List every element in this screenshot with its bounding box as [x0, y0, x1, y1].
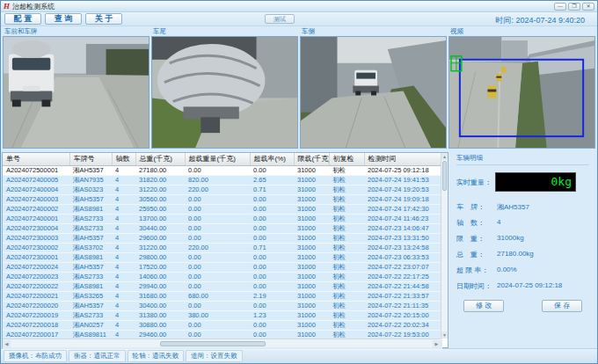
status-axle: 轮轴：通讯失败: [128, 350, 185, 362]
field-total-weight: 总 重： 27180.00kg: [456, 250, 589, 259]
camera-strip: 车前和车牌: [1, 26, 597, 149]
camera-label: 车前和车牌: [3, 26, 150, 36]
table-row[interactable]: A2024072200022湘AS8981429940.000.000.0031…: [3, 281, 442, 291]
save-button[interactable]: 保 存: [542, 300, 582, 312]
status-camera: 摄像机：布防成功: [4, 350, 67, 362]
scroll-right-icon[interactable]: ▶: [433, 340, 441, 347]
column-header[interactable]: 超载重量(千克): [185, 153, 250, 165]
records-table-area: 单号车牌号轴数总重(千克)超载重量(千克)超载率(%)限载(千克)初复检检测时间…: [2, 152, 448, 348]
modify-button[interactable]: 修 改: [463, 300, 504, 312]
table-row[interactable]: A2024072300003湘AH5357429600.000.000.0031…: [3, 233, 442, 243]
status-gate: 道闸：设置失败: [186, 350, 243, 362]
maximize-button[interactable]: ❐: [568, 3, 580, 11]
overload-rate-value: 0.00%: [497, 266, 517, 275]
column-header[interactable]: 限载(千克): [294, 153, 329, 165]
column-header[interactable]: 单号: [3, 153, 69, 165]
about-button[interactable]: 关 于: [85, 13, 122, 25]
status-bar: 摄像机：布防成功 衡器：通讯正常 轮轴：通讯失败 道闸：设置失败: [1, 348, 597, 363]
scroll-down-icon[interactable]: ▼: [441, 331, 448, 339]
detail-buttons: 修 改 保 存: [456, 300, 589, 312]
minimize-button[interactable]: —: [554, 3, 566, 11]
app-window: H 治超检测系统 — ❐ ✕ 配 置 查 询 关 于 测试 时间: 2024-0…: [0, 0, 598, 364]
axles-value: 4: [497, 218, 500, 228]
horizontal-scrollbar[interactable]: ◀ ▶: [3, 339, 441, 347]
camera-panel-video: 视频: [448, 26, 595, 149]
horizontal-scroll-thumb[interactable]: [160, 341, 266, 346]
toolbar: 配 置 查 询 关 于 测试 时间: 2024-07-24 9:40:20: [1, 12, 597, 26]
table-row[interactable]: A2024072200018湘AN0257430880.000.000.0031…: [3, 320, 442, 330]
query-button[interactable]: 查 询: [45, 13, 82, 25]
table-row[interactable]: A2024072200020湘AH5357430400.000.000.0031…: [3, 301, 442, 310]
field-datetime: 日期时间： 2024-07-25 09:12:18: [456, 281, 589, 291]
table-row[interactable]: A2024072200024湘AH5357417520.000.000.0031…: [3, 262, 442, 272]
table-row[interactable]: A2024072200023湘AS2733414060.000.000.0031…: [3, 272, 442, 281]
camera-label: 车尾: [151, 26, 298, 36]
table-row[interactable]: A2024072400001湘AS2733413700.000.000.0031…: [3, 214, 442, 223]
field-plate: 车 牌： 湘AH5357: [456, 202, 589, 212]
table-row[interactable]: A2024072400004湘AS0323431220.00220.000.71…: [3, 185, 442, 194]
realtime-weight-display: 0kg: [495, 172, 576, 192]
table-row[interactable]: A2024072400002湘AS8981425950.000.000.0031…: [3, 204, 442, 214]
records-table: 单号车牌号轴数总重(千克)超载重量(千克)超载率(%)限载(千克)初复检检测时间…: [3, 153, 443, 350]
column-header[interactable]: 总重(千克): [135, 153, 185, 165]
camera-label: 车侧: [300, 26, 447, 36]
column-header[interactable]: 超载率(%): [250, 153, 294, 165]
field-limit: 限 重： 31000kg: [456, 234, 589, 244]
test-button[interactable]: 测试: [265, 14, 295, 24]
close-button[interactable]: ✕: [582, 3, 594, 11]
table-row[interactable]: A2024072300004湘AS2733430440.000.000.0031…: [3, 223, 442, 233]
camera-feed-front-plate-image: [3, 36, 150, 149]
realtime-weight-row: 实时重量： 0kg: [456, 172, 589, 192]
title-bar: H 治超检测系统 — ❐ ✕: [1, 1, 597, 12]
column-header[interactable]: 轴数: [112, 153, 135, 165]
table-row[interactable]: A2024072400003湘AH5357430560.000.000.0031…: [3, 194, 442, 204]
main-area: 单号车牌号轴数总重(千克)超载重量(千克)超载率(%)限载(千克)初复检检测时间…: [1, 149, 597, 348]
vertical-scrollbar[interactable]: ▲ ▼: [441, 153, 448, 339]
camera-feed-side-image: [300, 36, 447, 149]
vehicle-detail-panel: 车辆明细 实时重量： 0kg 车 牌： 湘AH5357 轴 数： 4 限 重： …: [451, 152, 594, 348]
table-row[interactable]: A2024072400005湘AN7935431820.00820.002.65…: [3, 175, 442, 185]
table-row[interactable]: A2024072200021湘AS3265431680.00680.002.19…: [3, 291, 442, 301]
detail-panel-title: 车辆明细: [456, 154, 589, 163]
camera-label: 视频: [448, 26, 595, 36]
table-row[interactable]: A2024072300002湘AS3702431220.00220.000.71…: [3, 243, 442, 252]
table-row[interactable]: A2024072500001湘AH5357427180.000.000.0031…: [3, 165, 442, 175]
total-weight-value: 27180.00kg: [497, 250, 534, 259]
window-title: 治超检测系统: [12, 2, 554, 11]
limit-value: 31000kg: [497, 234, 524, 244]
column-header[interactable]: 初复检: [329, 153, 364, 165]
scroll-up-icon[interactable]: ▲: [441, 153, 448, 160]
clock-label: 时间: 2024-07-24 9:40:20: [495, 15, 585, 26]
table-header-row: 单号车牌号轴数总重(千克)超载重量(千克)超载率(%)限载(千克)初复检检测时间: [3, 153, 442, 165]
divider: [456, 164, 589, 165]
camera-feed-video-image: [448, 36, 595, 149]
field-axles: 轴 数： 4: [456, 218, 589, 228]
camera-feed-rear-image: [151, 36, 298, 149]
plate-value: 湘AH5357: [497, 202, 529, 212]
camera-panel-rear: 车尾: [151, 26, 298, 149]
column-header[interactable]: 检测时间: [364, 153, 442, 165]
config-button[interactable]: 配 置: [4, 13, 41, 25]
status-scale: 衡器：通讯正常: [69, 350, 126, 362]
app-logo-icon: H: [4, 2, 10, 11]
column-header[interactable]: 车牌号: [69, 153, 112, 165]
camera-panel-side: 车侧: [300, 26, 447, 149]
datetime-value: 2024-07-25 09:12:18: [497, 281, 562, 291]
field-overload-rate: 超 限 率： 0.00%: [456, 266, 589, 275]
table-row[interactable]: A2024072300001湘AS8981429800.000.000.0031…: [3, 252, 442, 262]
scroll-left-icon[interactable]: ◀: [3, 340, 11, 347]
camera-panel-front-plate: 车前和车牌: [3, 26, 150, 149]
realtime-weight-label: 实时重量：: [456, 178, 495, 187]
vertical-scroll-thumb[interactable]: [442, 161, 447, 191]
table-row[interactable]: A2024072200019湘AS2733431380.00380.001.23…: [3, 310, 442, 320]
window-controls: — ❐ ✕: [554, 3, 594, 11]
